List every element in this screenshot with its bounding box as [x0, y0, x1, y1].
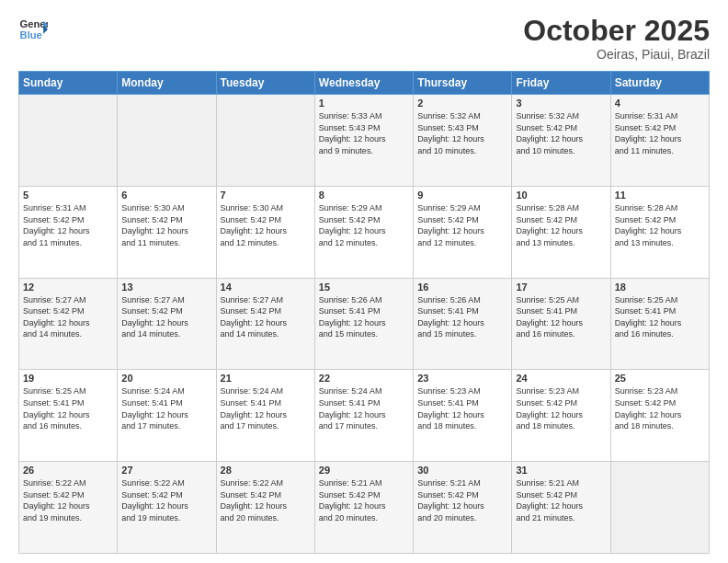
- calendar-cell: 22Sunrise: 5:24 AMSunset: 5:41 PMDayligh…: [314, 370, 413, 462]
- calendar-week-row: 19Sunrise: 5:25 AMSunset: 5:41 PMDayligh…: [19, 370, 710, 462]
- day-info: Sunrise: 5:29 AMSunset: 5:42 PMDaylight:…: [417, 202, 507, 248]
- page: General Blue October 2025 Oeiras, Piaui,…: [0, 0, 728, 563]
- calendar-cell: [610, 462, 709, 554]
- calendar-cell: 19Sunrise: 5:25 AMSunset: 5:41 PMDayligh…: [19, 370, 118, 462]
- day-info: Sunrise: 5:31 AMSunset: 5:42 PMDaylight:…: [23, 202, 113, 248]
- calendar-cell: 28Sunrise: 5:22 AMSunset: 5:42 PMDayligh…: [216, 462, 314, 554]
- day-info: Sunrise: 5:24 AMSunset: 5:41 PMDaylight:…: [221, 385, 311, 431]
- day-number: 31: [516, 465, 606, 476]
- weekday-header: Sunday: [19, 72, 118, 95]
- calendar-cell: 30Sunrise: 5:21 AMSunset: 5:42 PMDayligh…: [414, 462, 512, 554]
- day-info: Sunrise: 5:26 AMSunset: 5:41 PMDaylight:…: [417, 294, 507, 340]
- logo: General Blue: [18, 15, 48, 44]
- weekday-header-row: SundayMondayTuesdayWednesdayThursdayFrid…: [19, 72, 710, 95]
- day-number: 10: [516, 190, 606, 201]
- weekday-header: Tuesday: [216, 72, 314, 95]
- day-info: Sunrise: 5:22 AMSunset: 5:42 PMDaylight:…: [23, 477, 113, 523]
- day-info: Sunrise: 5:31 AMSunset: 5:42 PMDaylight:…: [615, 110, 705, 156]
- calendar-cell: 29Sunrise: 5:21 AMSunset: 5:42 PMDayligh…: [314, 462, 413, 554]
- day-info: Sunrise: 5:27 AMSunset: 5:42 PMDaylight:…: [221, 294, 311, 340]
- day-info: Sunrise: 5:21 AMSunset: 5:42 PMDaylight:…: [516, 477, 606, 523]
- calendar-cell: 16Sunrise: 5:26 AMSunset: 5:41 PMDayligh…: [414, 278, 512, 370]
- month-title: October 2025: [523, 15, 710, 47]
- day-number: 20: [121, 373, 211, 384]
- day-number: 28: [221, 465, 311, 476]
- calendar-cell: [216, 95, 314, 187]
- day-info: Sunrise: 5:24 AMSunset: 5:41 PMDaylight:…: [121, 385, 211, 431]
- calendar-cell: 6Sunrise: 5:30 AMSunset: 5:42 PMDaylight…: [118, 186, 216, 278]
- day-number: 7: [221, 190, 311, 201]
- day-number: 5: [23, 190, 113, 201]
- calendar-cell: 25Sunrise: 5:23 AMSunset: 5:42 PMDayligh…: [610, 370, 709, 462]
- day-number: 9: [417, 190, 507, 201]
- calendar-cell: 17Sunrise: 5:25 AMSunset: 5:41 PMDayligh…: [512, 278, 610, 370]
- day-info: Sunrise: 5:33 AMSunset: 5:43 PMDaylight:…: [319, 110, 409, 156]
- day-info: Sunrise: 5:30 AMSunset: 5:42 PMDaylight:…: [121, 202, 211, 248]
- calendar-cell: [19, 95, 118, 187]
- logo-icon: General Blue: [18, 15, 48, 44]
- day-number: 12: [23, 282, 113, 293]
- weekday-header: Thursday: [414, 72, 512, 95]
- day-number: 13: [121, 282, 211, 293]
- calendar-cell: 5Sunrise: 5:31 AMSunset: 5:42 PMDaylight…: [19, 186, 118, 278]
- calendar-cell: 20Sunrise: 5:24 AMSunset: 5:41 PMDayligh…: [118, 370, 216, 462]
- day-info: Sunrise: 5:22 AMSunset: 5:42 PMDaylight:…: [121, 477, 211, 523]
- calendar-cell: 3Sunrise: 5:32 AMSunset: 5:42 PMDaylight…: [512, 95, 610, 187]
- day-number: 24: [516, 373, 606, 384]
- day-number: 15: [319, 282, 409, 293]
- calendar-table: SundayMondayTuesdayWednesdayThursdayFrid…: [18, 71, 710, 554]
- day-number: 2: [417, 98, 507, 109]
- day-number: 8: [319, 190, 409, 201]
- day-info: Sunrise: 5:21 AMSunset: 5:42 PMDaylight:…: [319, 477, 409, 523]
- day-number: 21: [221, 373, 311, 384]
- day-number: 18: [615, 282, 705, 293]
- calendar-cell: 21Sunrise: 5:24 AMSunset: 5:41 PMDayligh…: [216, 370, 314, 462]
- calendar-cell: 26Sunrise: 5:22 AMSunset: 5:42 PMDayligh…: [19, 462, 118, 554]
- calendar-cell: 24Sunrise: 5:23 AMSunset: 5:42 PMDayligh…: [512, 370, 610, 462]
- day-number: 19: [23, 373, 113, 384]
- weekday-header: Monday: [118, 72, 216, 95]
- day-info: Sunrise: 5:32 AMSunset: 5:43 PMDaylight:…: [417, 110, 507, 156]
- day-info: Sunrise: 5:27 AMSunset: 5:42 PMDaylight:…: [121, 294, 211, 340]
- day-info: Sunrise: 5:25 AMSunset: 5:41 PMDaylight:…: [516, 294, 606, 340]
- calendar-cell: 18Sunrise: 5:25 AMSunset: 5:41 PMDayligh…: [610, 278, 709, 370]
- weekday-header: Wednesday: [314, 72, 413, 95]
- day-number: 17: [516, 282, 606, 293]
- calendar-cell: 27Sunrise: 5:22 AMSunset: 5:42 PMDayligh…: [118, 462, 216, 554]
- day-info: Sunrise: 5:25 AMSunset: 5:41 PMDaylight:…: [615, 294, 705, 340]
- day-info: Sunrise: 5:22 AMSunset: 5:42 PMDaylight:…: [221, 477, 311, 523]
- day-info: Sunrise: 5:29 AMSunset: 5:42 PMDaylight:…: [319, 202, 409, 248]
- day-number: 16: [417, 282, 507, 293]
- day-number: 14: [221, 282, 311, 293]
- day-info: Sunrise: 5:30 AMSunset: 5:42 PMDaylight:…: [221, 202, 311, 248]
- day-number: 6: [121, 190, 211, 201]
- calendar-cell: 8Sunrise: 5:29 AMSunset: 5:42 PMDaylight…: [314, 186, 413, 278]
- day-info: Sunrise: 5:26 AMSunset: 5:41 PMDaylight:…: [319, 294, 409, 340]
- day-info: Sunrise: 5:28 AMSunset: 5:42 PMDaylight:…: [615, 202, 705, 248]
- day-number: 3: [516, 98, 606, 109]
- weekday-header: Friday: [512, 72, 610, 95]
- day-info: Sunrise: 5:21 AMSunset: 5:42 PMDaylight:…: [417, 477, 507, 523]
- calendar-cell: 1Sunrise: 5:33 AMSunset: 5:43 PMDaylight…: [314, 95, 413, 187]
- weekday-header: Saturday: [610, 72, 709, 95]
- day-number: 22: [319, 373, 409, 384]
- calendar-cell: 31Sunrise: 5:21 AMSunset: 5:42 PMDayligh…: [512, 462, 610, 554]
- calendar-week-row: 26Sunrise: 5:22 AMSunset: 5:42 PMDayligh…: [19, 462, 710, 554]
- calendar-cell: [118, 95, 216, 187]
- day-info: Sunrise: 5:24 AMSunset: 5:41 PMDaylight:…: [319, 385, 409, 431]
- calendar-cell: 10Sunrise: 5:28 AMSunset: 5:42 PMDayligh…: [512, 186, 610, 278]
- day-info: Sunrise: 5:25 AMSunset: 5:41 PMDaylight:…: [23, 385, 113, 431]
- day-info: Sunrise: 5:23 AMSunset: 5:41 PMDaylight:…: [417, 385, 507, 431]
- calendar-cell: 11Sunrise: 5:28 AMSunset: 5:42 PMDayligh…: [610, 186, 709, 278]
- calendar-cell: 4Sunrise: 5:31 AMSunset: 5:42 PMDaylight…: [610, 95, 709, 187]
- header: General Blue October 2025 Oeiras, Piaui,…: [18, 15, 710, 62]
- day-number: 30: [417, 465, 507, 476]
- calendar-cell: 2Sunrise: 5:32 AMSunset: 5:43 PMDaylight…: [414, 95, 512, 187]
- day-info: Sunrise: 5:23 AMSunset: 5:42 PMDaylight:…: [516, 385, 606, 431]
- calendar-cell: 9Sunrise: 5:29 AMSunset: 5:42 PMDaylight…: [414, 186, 512, 278]
- day-info: Sunrise: 5:27 AMSunset: 5:42 PMDaylight:…: [23, 294, 113, 340]
- calendar-cell: 15Sunrise: 5:26 AMSunset: 5:41 PMDayligh…: [314, 278, 413, 370]
- svg-text:Blue: Blue: [20, 29, 42, 40]
- day-info: Sunrise: 5:23 AMSunset: 5:42 PMDaylight:…: [615, 385, 705, 431]
- calendar-cell: 23Sunrise: 5:23 AMSunset: 5:41 PMDayligh…: [414, 370, 512, 462]
